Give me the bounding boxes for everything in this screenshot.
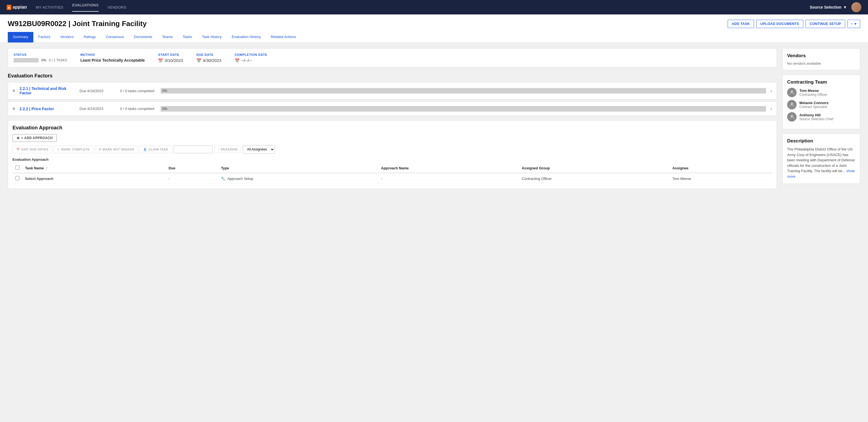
vendors-section: Vendors No vendors available [782, 48, 860, 70]
factor-progress-bar-1: 0% [161, 88, 766, 94]
continue-setup-button[interactable]: CONTINUE SETUP [805, 20, 845, 28]
vendors-title: Vendors [787, 53, 856, 59]
team-member-3: Anthony Hill Source Selection Chief [787, 112, 856, 122]
appian-logo[interactable]: a appian [7, 5, 27, 10]
mark-complete-label: MARK COMPLETE [61, 148, 90, 151]
add-approach-button[interactable]: ⊕ + ADD APPROACH [12, 134, 57, 142]
assignee-cell[interactable]: Tom Meese [670, 173, 772, 184]
page-title: W912BU09R0022 | Joint Training Facility [8, 20, 147, 28]
tab-ratings[interactable]: Ratings [79, 32, 101, 42]
contracting-team-title: Contracting Team [787, 79, 856, 85]
tab-teams[interactable]: Teams [157, 32, 178, 42]
factor-icon-1: ≡ [12, 88, 15, 93]
th-type: Type [218, 163, 378, 173]
table-header: Task Name ↑ Due Type Approach Name Assig… [12, 163, 772, 173]
nav-right: Source Selection ▼ [810, 2, 861, 12]
tab-task-history[interactable]: Task History [197, 32, 227, 42]
more-options-button[interactable]: ··· ▼ [847, 20, 860, 28]
progress-row: 0% 0 / 1 TASKS [13, 58, 67, 62]
start-date-label: START DATE [158, 53, 183, 56]
sort-icon[interactable]: ↑ [46, 166, 48, 170]
factor-icon-2: ≡ [12, 106, 15, 111]
mark-not-needed-label: MARK NOT NEEDED [102, 148, 134, 151]
evaluation-factors-title: Evaluation Factors [8, 73, 777, 79]
right-panel: Vendors No vendors available Contracting… [782, 48, 860, 422]
team-role-melanie-connors: Contract Specialist [799, 105, 829, 109]
factor-progress-bar-2: 0% [161, 106, 766, 111]
nav-my-activities[interactable]: MY ACTIVITIES [36, 5, 63, 9]
approach-table: Task Name ↑ Due Type Approach Name Assig… [12, 163, 772, 184]
nav-evaluations[interactable]: EVALUATIONS [72, 3, 99, 12]
th-task-name: Task Name ↑ [22, 163, 166, 173]
factor-row-1[interactable]: ≡ 2.2.1 | Technical and Risk Factor Due … [8, 82, 777, 99]
th-assigned-group: Assigned Group [519, 163, 670, 173]
reassign-label: REASSIGN [221, 148, 238, 151]
factor-progress-1: 0% [161, 88, 766, 94]
mark-not-needed-button[interactable]: ✗ MARK NOT NEEDED [95, 146, 138, 153]
tab-related-actions[interactable]: Related Actions [266, 32, 301, 42]
factor-row-2[interactable]: ≡ 2.2.2 | Price Factor Due 4/23/2023 0 /… [8, 102, 777, 116]
add-task-button[interactable]: ADD TASK [728, 20, 754, 28]
table-section-label: Evaluation Approach [12, 157, 772, 162]
select-all-checkbox[interactable] [15, 165, 20, 170]
user-avatar[interactable] [851, 2, 861, 12]
approach-table-container: Evaluation Approach Task Name ↑ Due [12, 157, 772, 184]
tab-factors[interactable]: Factors [33, 32, 55, 42]
edit-due-dates-button[interactable]: 📅 EDIT DUE DATES [12, 146, 52, 153]
status-label: STATUS [13, 53, 67, 56]
team-name-tom-meese: Tom Meese [799, 89, 827, 93]
due-date-value: 📅 4/30/2023 [196, 58, 221, 63]
evaluation-approach-section: Evaluation Approach ⊕ + ADD APPROACH 📅 E… [8, 120, 777, 189]
status-item-due-date: DUE DATE 📅 4/30/2023 [196, 53, 221, 63]
upload-documents-button[interactable]: UPLOAD DOCUMENTS [756, 20, 803, 28]
assigned-group-cell: Contracting Officer [519, 173, 670, 184]
th-checkbox [12, 163, 22, 173]
nav-left: a appian MY ACTIVITIES EVALUATIONS VENDO… [7, 3, 126, 12]
claim-task-label: CLAIM TASK [149, 148, 168, 151]
tab-vendors[interactable]: Vendors [55, 32, 79, 42]
assignees-dropdown[interactable]: All Assignees [243, 145, 275, 154]
tab-summary[interactable]: Summary [8, 32, 33, 42]
avatar-image [851, 2, 861, 12]
person-icon: 👤 [143, 148, 147, 151]
factor-tasks-2: 0 / 0 tasks completed [120, 107, 156, 111]
due-date-label: DUE DATE [196, 53, 221, 56]
nav-vendors[interactable]: VENDORS [107, 5, 126, 9]
completion-date-label: COMPLETION DATE [235, 53, 268, 56]
factor-name-2: 2.2.2 | Price Factor [20, 107, 75, 111]
description-title: Description [787, 138, 856, 144]
team-name-melanie-connors: Melanie Connors [799, 101, 829, 105]
search-input[interactable] [174, 145, 213, 153]
status-bar: STATUS 0% 0 / 1 TASKS METHOD Least Price… [8, 48, 777, 67]
checkmark-icon: ✓ [57, 148, 60, 151]
no-vendors-text: No vendors available [787, 61, 856, 66]
team-role-anthony-hill: Source Selection Chief [799, 117, 833, 121]
status-item-method: METHOD Least Price Technically Acceptabl… [80, 53, 145, 63]
team-info-tom-meese: Tom Meese Contracting Officer [799, 89, 827, 97]
row-checkbox[interactable] [15, 176, 20, 180]
team-info-melanie-connors: Melanie Connors Contract Specialist [799, 101, 829, 109]
table-body: Select Approach - 🔧 Approach Setup - Con… [12, 173, 772, 184]
main-content: STATUS 0% 0 / 1 TASKS METHOD Least Price… [0, 43, 868, 422]
tab-evaluation-history[interactable]: Evaluation History [227, 32, 266, 42]
team-member-2: Melanie Connors Contract Specialist [787, 100, 856, 109]
start-date: 3/10/2023 [164, 58, 183, 63]
calendar-icon-start: 📅 [158, 58, 163, 63]
reassign-button[interactable]: ↑ REASSIGN [214, 146, 242, 153]
due-date: 4/30/2023 [203, 58, 221, 63]
status-item-status: STATUS 0% 0 / 1 TASKS [13, 53, 67, 63]
claim-task-button[interactable]: 👤 CLAIM TASK [140, 146, 172, 153]
source-selection-dropdown[interactable]: Source Selection ▼ [810, 5, 847, 9]
description-section: Description The Philadelphia District Of… [782, 134, 860, 184]
th-assignee: Assignee [670, 163, 772, 173]
avatar-tom-meese [787, 88, 797, 97]
header-actions: ADD TASK UPLOAD DOCUMENTS CONTINUE SETUP… [728, 20, 860, 28]
tab-tasks[interactable]: Tasks [178, 32, 197, 42]
factor-name-1: 2.2.1 | Technical and Risk Factor [20, 86, 75, 95]
add-approach-label: + ADD APPROACH [21, 136, 53, 140]
mark-complete-button[interactable]: ✓ MARK COMPLETE [54, 146, 93, 153]
team-member-1: Tom Meese Contracting Officer [787, 88, 856, 97]
tab-documents[interactable]: Documents [129, 32, 157, 42]
task-name-cell[interactable]: Select Approach [22, 173, 166, 184]
tab-consensus[interactable]: Consensus [101, 32, 129, 42]
